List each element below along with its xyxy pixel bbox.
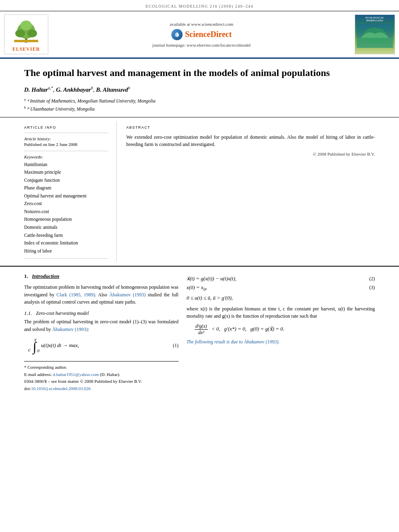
published-date: Published on line 2 June 2008: [24, 142, 108, 147]
article-title-section: The optimal harvest and management in th…: [0, 59, 399, 117]
keyword-nonzero-cost: Nonzero-cost: [24, 208, 108, 216]
keyword-domestic-animals: Domestic animals: [24, 224, 108, 232]
svg-rect-5: [14, 40, 38, 42]
abakumov-link2: Àbakumov (1993): [52, 327, 88, 332]
main-content: 1. Introduction The optimization problem…: [0, 266, 399, 396]
article-title: The optimal harvest and management in th…: [24, 67, 375, 79]
abstract-text: We extended zero-cost optimization model…: [126, 134, 375, 148]
svg-point-4: [21, 21, 32, 30]
formula1-num: (1): [167, 343, 179, 349]
derivative-frac: d²g(x) dx²: [195, 323, 208, 336]
doi-link[interactable]: 10.1016/j.ecolmodel.2008.03.026: [31, 386, 90, 391]
keyword-hiring-labor: Hiring of labor: [24, 247, 108, 255]
journal-cover-art: ECOLOGICAL MODELLING: [355, 15, 395, 54]
abakumov-link3: Àbakumov (1993): [244, 339, 279, 345]
author-email[interactable]: d.haltar1951@yahoo.com: [53, 372, 99, 377]
page: ECOLOGICAL MODELLING 216 (2008) 240–244 …: [0, 0, 399, 532]
abstract-title: ABSTRACT: [126, 125, 375, 129]
affiliation-b: b ᵇ Ulaanbaatar University, Mongolia: [24, 105, 375, 113]
sciencedirect-logo: ScienceDirect: [171, 29, 232, 40]
keyword-cattle-farm: Cattle-breeding farm: [24, 232, 108, 240]
section1-num: 1.: [24, 273, 28, 279]
frac-denominator: dx²: [197, 330, 205, 336]
keyword-homogeneous: Homogeneous population: [24, 216, 108, 224]
keyword-maximum-principle: Maximum principle: [24, 168, 108, 177]
keyword-conjugate-function: Conjugate function: [24, 177, 108, 185]
homepage-text: journal homepage: www.elsevier.com/locat…: [152, 43, 251, 47]
divider1: [24, 133, 108, 133]
footnote-issn: 0304-3800/$ – see front matter © 2008 Pu…: [24, 378, 179, 385]
svg-point-2: [15, 29, 25, 37]
formula1-body: u(t)x(t) dt → max,: [41, 342, 79, 349]
email-label: E-mail address:: [24, 372, 53, 377]
article-info-panel: ARTICLE INFO Article history: Published …: [24, 121, 117, 262]
keyword-zero-cost: Zero-cost: [24, 200, 108, 208]
c-coeff: c: [28, 347, 31, 353]
where-text: where x(t) is the population biomass at …: [187, 305, 375, 320]
left-column: 1. Introduction The optimization problem…: [24, 273, 179, 392]
abakumov-link1: Àbakumov (1993): [109, 292, 146, 298]
integral-expr: c ∫ T 0 u(t)x(t) dt → max,: [28, 338, 167, 353]
footnote-doi: doi:10.1016/j.ecolmodel.2008.03.026: [24, 385, 179, 392]
formula1: c ∫ T 0 u(t)x(t) dt → max, (1): [24, 338, 179, 353]
section1-header: 1. Introduction: [24, 273, 179, 279]
section11-text: The problem of optimal harvesting in zer…: [24, 318, 179, 333]
svg-point-3: [27, 29, 37, 37]
elsevier-tree-svg: [10, 16, 42, 45]
keywords-list: Hamiltonian Maximum principle Conjugate …: [24, 161, 108, 255]
sd-leaf-svg: [174, 32, 180, 37]
formula3: x(0) = x0, (3): [187, 284, 375, 292]
integral-lower: 0: [37, 348, 40, 353]
section11-title: Zero-cost harvesting model: [36, 310, 89, 316]
derivative-block: d²g(x) dx² < 0, g′(x*) = 0, g(0) = g(x̃)…: [195, 323, 375, 336]
integral-upper: T: [34, 338, 37, 343]
email-suffix: (D. Haltar).: [99, 372, 120, 377]
keyword-economic-limitation: Index of economic limitation: [24, 239, 108, 247]
article-info-title: ARTICLE INFO: [24, 125, 108, 129]
author1: D. Haltar: [24, 86, 48, 93]
authors: D. Haltara,*, G. Ankhbayarb, B. Altansuv…: [24, 86, 375, 93]
journal-header: ECOLOGICAL MODELLING 216 (2008) 240–244: [0, 0, 399, 11]
affiliation-a: a ᵃ Institute of Mathematics, Mongolian …: [24, 97, 375, 105]
journal-cover: ECOLOGICAL MODELLING: [355, 14, 395, 54]
cover-image-svg: [357, 24, 393, 48]
formula2-num: (2): [363, 276, 375, 282]
frac-numerator: d²g(x): [195, 323, 208, 330]
divider3: [24, 258, 108, 259]
sd-icon: [171, 29, 183, 40]
right-column: ẋ(t) = g(x(t)) − u(t)x(t), (2) x(0) = x0…: [187, 273, 375, 392]
formula3-expr: x(0) = x0,: [187, 284, 207, 290]
clark-link: Clark (1985, 1989): [56, 292, 95, 298]
footnote-email-line: E-mail address: d.haltar1951@yahoo.com (…: [24, 371, 179, 378]
section11-header: 1.1. Zero-cost harvesting model: [24, 310, 179, 316]
formula2-content: ẋ(t) = g(x(t)) − u(t)x(t),: [187, 275, 363, 282]
available-text: available at www.sciencedirect.com: [170, 22, 233, 27]
elsevier-label: ELSEVIER: [12, 46, 40, 52]
section11-num: 1.1.: [24, 310, 32, 316]
abstract-section: ABSTRACT We extended zero-cost optimizat…: [117, 121, 375, 262]
formula3-num: (3): [363, 285, 375, 291]
article-body: ARTICLE INFO Article history: Published …: [0, 117, 399, 262]
affiliations: a ᵃ Institute of Mathematics, Mongolian …: [24, 97, 375, 113]
formula3-content: x(0) = x0,: [187, 284, 363, 292]
history-label: Article history:: [24, 136, 108, 141]
sciencedirect-text: ScienceDirect: [185, 30, 232, 39]
integral-limits: T 0: [37, 338, 40, 353]
footnote-corresponding: * Corresponding author.: [24, 364, 179, 371]
constraint-text: 0 ≤ u(t) ≤ ū, ū > g′(0),: [187, 295, 375, 301]
section1-text: The optimization problem in harvesting m…: [24, 283, 179, 306]
copyright: © 2008 Published by Elsevier B.V.: [126, 152, 375, 156]
elsevier-logo: ELSEVIER: [4, 14, 48, 54]
formula1-content: c ∫ T 0 u(t)x(t) dt → max,: [28, 338, 167, 353]
author3: B. Altansuvd: [96, 86, 128, 93]
banner: ELSEVIER available at www.sciencedirect.…: [0, 11, 399, 59]
formula2: ẋ(t) = g(x(t)) − u(t)x(t), (2): [187, 275, 375, 282]
keyword-optimal-harvest: Optimal harvest and management: [24, 192, 108, 200]
formula2-expr: ẋ(t) = g(x(t)) − u(t)x(t),: [187, 275, 237, 281]
derivative-condition: < 0, g′(x*) = 0, g(0) = g(x̃) = 0.: [212, 326, 284, 332]
section1-title: Introduction: [32, 273, 60, 279]
keyword-hamiltonian: Hamiltonian: [24, 161, 108, 169]
keywords-label: Keywords:: [24, 154, 108, 159]
author2: G. Ankhbayar: [56, 86, 91, 93]
keyword-phase-diagram: Phase diagram: [24, 184, 108, 192]
